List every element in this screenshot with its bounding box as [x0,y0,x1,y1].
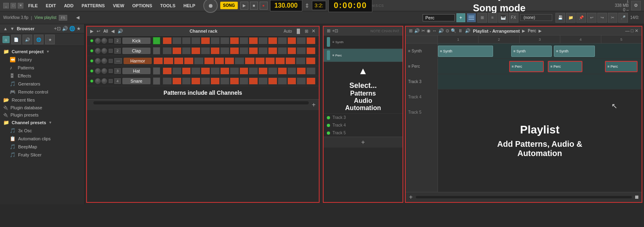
snare-step-11[interactable] [258,77,268,85]
kick-step-14[interactable] [287,37,297,44]
menu-add[interactable]: ADD [62,2,75,9]
mic-icon[interactable]: 🎤 [618,13,628,23]
snare-knob2[interactable] [101,78,107,84]
harmor-step-8[interactable] [225,57,234,65]
harmor-step-13[interactable] [275,57,285,65]
menu-options[interactable]: OPTIONS [131,2,154,9]
playlist-scroll-right[interactable] [635,196,638,199]
kick-name[interactable]: Kick [122,37,151,44]
hat-step-7[interactable] [220,67,229,75]
ch-rack-undo-icon[interactable]: ↩ [97,29,100,34]
sidebar-item-patterns[interactable]: ♪ Patterns [0,64,84,72]
kick-step-12[interactable] [268,37,277,44]
pl-icon8[interactable]: 🔍 [451,28,456,33]
mixer-icon[interactable]: ≡ [488,13,497,23]
undo-icon[interactable]: ↩ [587,13,597,23]
synth-clip-1[interactable]: ≡ Synth [438,46,493,57]
harmor-mute[interactable] [109,59,113,63]
harmor-step-14[interactable] [285,57,295,65]
menu-help[interactable]: HELP [182,2,197,9]
minimize-button[interactable]: _ [3,3,9,8]
star-icon[interactable]: ★ [76,26,81,31]
clap-step-14[interactable] [287,47,297,54]
grid-icon[interactable]: ⊞ [477,13,487,23]
add-to-playlist-button[interactable]: + [409,194,413,201]
clap-step-16[interactable] [306,47,316,54]
maximize-button[interactable]: □ [10,3,16,8]
kick-mute[interactable] [109,39,113,43]
sidebar-item-channel-presets[interactable]: 📁 Channel presets ▼ [0,119,84,127]
hat-step-12[interactable] [268,67,277,75]
home-icon[interactable]: ⌂ [2,36,10,43]
globe-icon[interactable]: 🌐 [69,26,75,31]
sidebar-item-effects[interactable]: 🎛 Effects [0,72,84,80]
kick-step-3[interactable] [182,37,191,44]
clap-step-3[interactable] [182,47,191,54]
hat-step-11[interactable] [258,67,268,75]
snare-step-10[interactable] [249,77,258,85]
ch-rack-left-icon[interactable]: ◀ [111,29,114,34]
add-channel-button[interactable]: + [312,101,316,108]
hat-step-13[interactable] [278,67,287,75]
perc-clip-1[interactable]: ≡ Perc [509,61,544,72]
pl-icon7[interactable]: ⊙ [446,28,449,33]
clap-led[interactable] [90,49,93,52]
harmor-name[interactable]: Harmor [124,58,152,64]
harmor-step-7[interactable] [215,57,224,65]
kick-step-6[interactable] [211,37,220,44]
kick-step-9[interactable] [239,37,249,44]
clap-step-8[interactable] [230,47,239,54]
pl-close[interactable]: ✕ [635,28,638,33]
middle-icon1[interactable]: ⊞ [327,28,330,33]
clap-step-12[interactable] [268,47,277,54]
menu-file[interactable]: FILE [27,2,39,9]
hat-step-16[interactable] [306,67,316,75]
pl-track3-area[interactable] [438,74,642,89]
tempo-arrows[interactable]: ⇕ [305,2,310,9]
ch-rack-play-icon[interactable]: ▶ [90,29,93,34]
browse-icon2[interactable]: 🔊 [23,35,32,44]
pin-icon[interactable]: 📌 [576,13,586,23]
snare-led[interactable] [90,79,93,83]
hat-step-1[interactable] [163,67,172,75]
kick-step-5[interactable] [201,37,210,44]
kick-step-11[interactable] [258,37,268,44]
menu-tools[interactable]: TOOLS [159,2,177,9]
kick-step-7[interactable] [220,37,229,44]
pl-icon1[interactable]: ⊞ [409,28,413,33]
pl-icon3[interactable]: ✂ [421,28,425,33]
kick-step-15[interactable] [297,37,306,44]
harmor-step-16[interactable] [306,57,316,65]
sidebar-item-beepmap[interactable]: 🎵 BeepMap [0,143,84,151]
pl-icon6[interactable]: 🔊 [438,28,444,33]
clap-step-13[interactable] [278,47,287,54]
snare-mute[interactable] [109,79,113,83]
clap-step-7[interactable] [220,47,229,54]
snare-step-14[interactable] [287,77,297,85]
harmor-step-12[interactable] [265,57,275,65]
sidebar-item-3x-osc[interactable]: 🎵 3x Osc [0,127,84,135]
hat-step-5[interactable] [201,67,210,75]
snare-step-1[interactable] [163,77,172,85]
perc-clip-3[interactable]: ≡ Perc [605,61,638,72]
pl-icon2[interactable]: 🔊 [414,28,420,33]
clap-step-11[interactable] [258,47,268,54]
snare-step-4[interactable] [191,77,200,85]
hat-step-6[interactable] [211,67,220,75]
snare-step-13[interactable] [278,77,287,85]
nav-arrow-left[interactable]: ◀ [76,15,79,20]
harmor-step-5[interactable] [194,57,204,65]
pattern-view-icon[interactable] [467,13,476,22]
add-track-button[interactable]: + [361,139,365,146]
none-dropdown[interactable]: (none) [520,14,552,21]
cut-icon[interactable]: ✂ [608,13,617,23]
clap-name[interactable]: Clap [122,48,151,54]
record-button[interactable]: ● [260,2,268,10]
snare-knob1[interactable] [95,78,101,84]
hat-step-3[interactable] [182,67,191,75]
hat-knob2[interactable] [101,68,107,74]
synth-clip-3[interactable]: ≡ Synth [554,46,594,57]
harmor-step-1[interactable] [153,57,163,65]
view-playlist-link[interactable]: View playlist [34,15,56,20]
snare-step-9[interactable] [239,77,249,85]
